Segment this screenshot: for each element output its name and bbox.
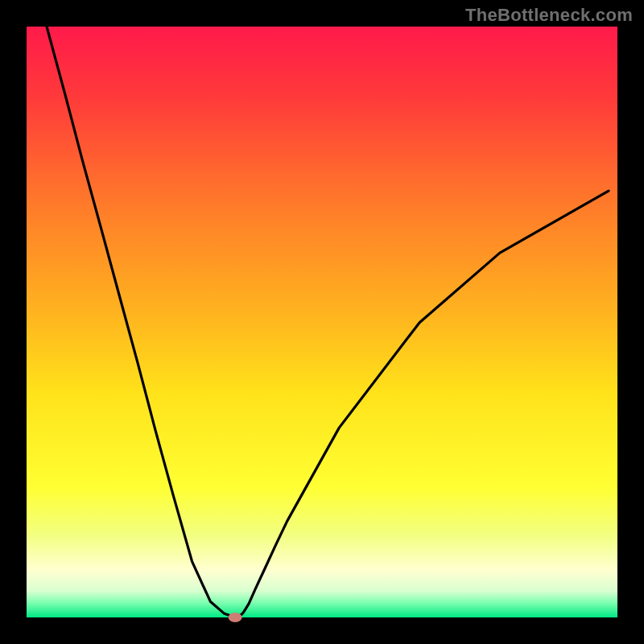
plot-background	[27, 27, 617, 617]
chart-frame: TheBottleneck.com	[0, 0, 644, 644]
watermark-text: TheBottleneck.com	[465, 5, 633, 26]
bottleneck-chart	[0, 0, 644, 644]
optimum-marker	[229, 613, 242, 622]
